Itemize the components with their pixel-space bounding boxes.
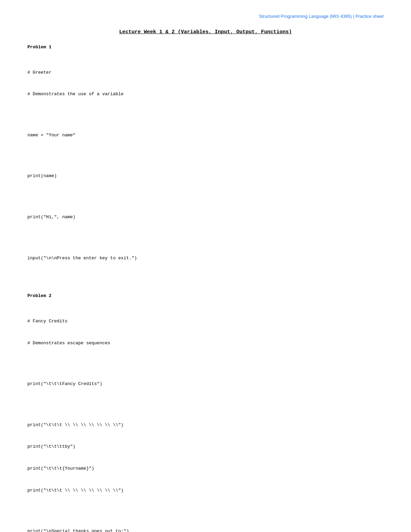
code-line: # Demonstrates the use of a variable (27, 90, 384, 98)
code-line: print("\t\t\t \\ \\ \\ \\ \\ \\ \\") (27, 487, 384, 494)
code-line-empty (27, 194, 384, 199)
code-line: # Fancy Credits (27, 318, 384, 325)
header-separator: | (352, 14, 356, 19)
course-title: Structured Programming Language (MIS 439… (259, 14, 352, 19)
code-line: print("\nSpecial thanks goes out to:") (27, 528, 384, 532)
problem-1-code: # Greeter # Demonstrates the use of a va… (27, 54, 384, 276)
code-line-empty (27, 361, 384, 366)
code-line-empty (27, 112, 384, 117)
code-line: print("\t\t\ttby") (27, 443, 384, 450)
page-header: Structured Programming Language (MIS 439… (27, 14, 384, 19)
code-line-empty (27, 402, 384, 407)
code-line: # Demonstrates escape sequences (27, 339, 384, 347)
sheet-type: Practice sheet (356, 14, 384, 19)
problem-1-section: Problem 1 # Greeter # Demonstrates the u… (27, 45, 384, 276)
problem-2-section: Problem 2 # Fancy Credits # Demonstrates… (27, 293, 384, 532)
code-line-empty (27, 508, 384, 513)
code-line-empty (27, 153, 384, 158)
code-line-empty (27, 235, 384, 240)
code-line: input("\n\nPress the enter key to exit."… (27, 255, 384, 262)
code-line: print("\t\t\t \\ \\ \\ \\ \\ \\ \\") (27, 421, 384, 429)
code-line: print("\t\t\tFancy Credits") (27, 380, 384, 388)
code-line: name = "Your name" (27, 132, 384, 139)
main-title: Lecture Week 1 & 2 (Variables, Input, Ou… (27, 29, 384, 35)
code-line: print("\t\t\t{Yourname}") (27, 465, 384, 472)
problem-2-label: Problem 2 (27, 293, 384, 298)
code-line: print("Hi,", name) (27, 213, 384, 221)
problem-2-code: # Fancy Credits # Demonstrates escape se… (27, 303, 384, 532)
problem-1-label: Problem 1 (27, 45, 384, 50)
code-line: # Greeter (27, 69, 384, 76)
code-line: print(name) (27, 172, 384, 180)
